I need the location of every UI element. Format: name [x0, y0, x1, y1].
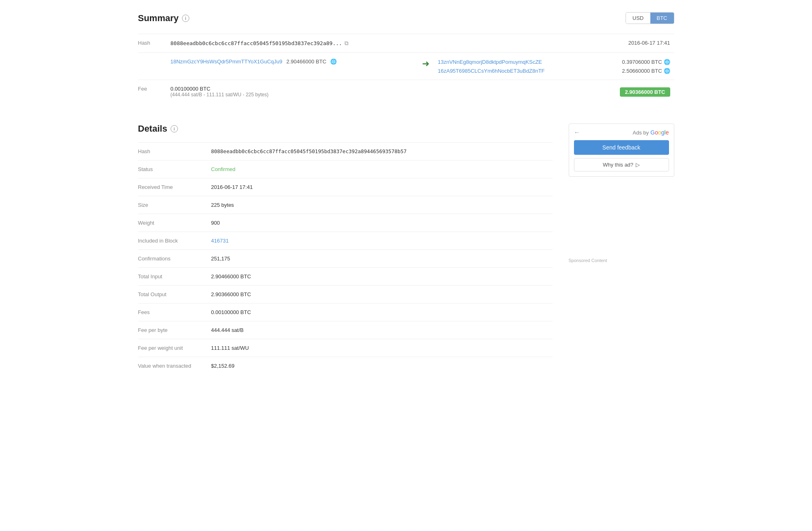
detail-label-2: Received Time — [138, 178, 211, 196]
total-badge: 2.90366000 BTC — [620, 87, 670, 97]
detail-row-6: Confirmations251,175 — [138, 250, 552, 268]
hash-label: Hash — [138, 34, 171, 53]
tx-empty-label — [138, 53, 171, 80]
detail-label-3: Size — [138, 196, 211, 214]
details-info-icon[interactable]: i — [171, 125, 178, 132]
detail-value-1: Confirmed — [211, 160, 552, 178]
arrow-right-icon: ➜ — [422, 59, 429, 69]
detail-label-12: Value when transacted — [138, 357, 211, 375]
detail-row-12: Value when transacted$2,152.69 — [138, 357, 552, 375]
detail-value-3: 225 bytes — [211, 196, 552, 214]
output-amount-2: 2.50660000 BTC — [622, 68, 662, 74]
play-icon: ▷ — [636, 162, 640, 168]
details-main: Details i Hash8088eeadbb0c6cbc6cc87ffacc… — [138, 124, 552, 375]
detail-value-8: 2.90366000 BTC — [211, 286, 552, 303]
usd-button[interactable]: USD — [626, 13, 650, 24]
currency-toggle: USD BTC — [626, 12, 674, 24]
detail-label-10: Fee per byte — [138, 321, 211, 339]
detail-value-10: 444.444 sat/B — [211, 321, 552, 339]
detail-row-3: Size225 bytes — [138, 196, 552, 214]
ads-back-icon[interactable]: ← — [574, 129, 580, 136]
output-address-1[interactable]: 13znVNnEg8qmorjD8dktpdPomuymqKScZE — [438, 59, 542, 65]
tx-outputs: 13znVNnEg8qmorjD8dktpdPomuymqKScZE 0.397… — [438, 59, 670, 74]
globe-icon-output-2: 🌐 — [664, 68, 670, 74]
ads-by-label: Ads by — [633, 130, 649, 136]
detail-row-5: Included in Block416731 — [138, 232, 552, 250]
detail-label-0: Hash — [138, 143, 211, 160]
detail-row-9: Fees0.00100000 BTC — [138, 303, 552, 321]
detail-label-4: Weight — [138, 214, 211, 232]
input-amount: 2.90466000 BTC — [286, 59, 326, 65]
detail-value-9: 0.00100000 BTC — [211, 303, 552, 321]
fee-value: 0.00100000 BTC — [171, 86, 418, 92]
details-table: Hash8088eeadbb0c6cbc6cc87ffacc05045f5019… — [138, 142, 552, 375]
detail-value-7: 2.90466000 BTC — [211, 268, 552, 286]
sponsored-content: Sponsored Content — [569, 258, 674, 263]
details-title: Details i — [138, 124, 552, 134]
ads-sidebar: ← Ads by Google Send feedback Why this a… — [569, 124, 674, 375]
tx-timestamp: 2016-06-17 17:41 — [438, 34, 674, 53]
detail-label-9: Fees — [138, 303, 211, 321]
why-this-ad-label: Why this ad? — [603, 162, 633, 168]
detail-row-4: Weight900 — [138, 214, 552, 232]
detail-label-6: Confirmations — [138, 250, 211, 268]
btc-button[interactable]: BTC — [650, 13, 674, 24]
detail-row-11: Fee per weight unit111.111 sat/WU — [138, 339, 552, 357]
ads-header: ← Ads by Google — [574, 129, 669, 136]
summary-title: Summary i — [138, 13, 189, 24]
output-address-2[interactable]: 16zA95T6985CLCsYm6hNocbET3uBdZ8nTF — [438, 68, 545, 74]
detail-value-5[interactable]: 416731 — [211, 232, 552, 250]
tx-inputs: 18NzmGzcY9HsWsQdr5PmmTTYoX1GuCqJu9 2.904… — [171, 59, 418, 65]
hash-value-short: 8088eeadbb0c6cbc6cc87ffacc05045f50195bd3… — [171, 40, 342, 46]
detail-row-1: StatusConfirmed — [138, 160, 552, 178]
globe-icon-input: 🌐 — [330, 59, 337, 65]
summary-info-icon[interactable]: i — [182, 15, 189, 22]
details-heading: Details — [138, 124, 167, 134]
why-this-ad-button[interactable]: Why this ad? ▷ — [574, 158, 669, 171]
detail-label-8: Total Output — [138, 286, 211, 303]
detail-label-5: Included in Block — [138, 232, 211, 250]
google-label: Google — [650, 129, 669, 136]
send-feedback-button[interactable]: Send feedback — [574, 140, 669, 155]
detail-value-2: 2016-06-17 17:41 — [211, 178, 552, 196]
fee-label: Fee — [138, 80, 171, 104]
detail-row-2: Received Time2016-06-17 17:41 — [138, 178, 552, 196]
detail-row-0: Hash8088eeadbb0c6cbc6cc87ffacc05045f5019… — [138, 143, 552, 160]
detail-value-4: 900 — [211, 214, 552, 232]
detail-row-10: Fee per byte444.444 sat/B — [138, 321, 552, 339]
fee-details: (444.444 sat/B - 111.111 sat/WU - 225 by… — [171, 92, 418, 98]
ads-panel: ← Ads by Google Send feedback Why this a… — [569, 124, 674, 177]
copy-icon[interactable]: ⧉ — [344, 40, 349, 47]
summary-heading: Summary — [138, 13, 179, 24]
detail-value-0: 8088eeadbb0c6cbc6cc87ffacc05045f50195bd3… — [211, 143, 552, 160]
detail-value-11: 111.111 sat/WU — [211, 339, 552, 357]
detail-value-12: $2,152.69 — [211, 357, 552, 375]
detail-label-11: Fee per weight unit — [138, 339, 211, 357]
detail-value-6: 251,175 — [211, 250, 552, 268]
detail-row-7: Total Input2.90466000 BTC — [138, 268, 552, 286]
ads-by-google: Ads by Google — [633, 129, 669, 136]
output-amount-1: 0.39706000 BTC — [622, 59, 662, 65]
detail-label-7: Total Input — [138, 268, 211, 286]
detail-label-1: Status — [138, 160, 211, 178]
input-address[interactable]: 18NzmGzcY9HsWsQdr5PmmTTYoX1GuCqJu9 — [171, 59, 283, 65]
globe-icon-output-1: 🌐 — [664, 59, 670, 65]
detail-row-8: Total Output2.90366000 BTC — [138, 286, 552, 303]
